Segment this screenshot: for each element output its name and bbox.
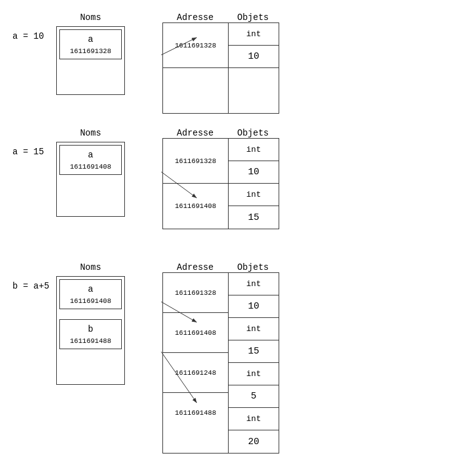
addr-cell-3-2: 1611691248 [163, 353, 228, 393]
obj-value-2-1: 15 [229, 206, 279, 229]
addr-cell-1-0: 1611691328 [163, 23, 228, 68]
obj-value-3-0: 10 [229, 295, 279, 318]
var-addr-b-3: 1611691488 [65, 336, 116, 346]
addr-col-1: 1611691328 [163, 23, 229, 113]
obj-value-2-0: 10 [229, 161, 279, 184]
obj-type-2-0: int [229, 139, 279, 161]
noms-box-1: a 1611691328 [56, 26, 125, 95]
noms-header-2: Noms [80, 128, 101, 138]
obj-type-3-3: int [229, 408, 279, 430]
obj-value-3-1: 15 [229, 340, 279, 363]
col-headers-1: Adresse Objets [162, 12, 279, 22]
noms-box-3: a 1611691408 b 1611691488 [56, 276, 125, 385]
addr-cell-2-0: 1611691328 [163, 139, 228, 184]
obj-header-1: Objets [228, 12, 278, 22]
var-cell-b-3: b 1611691488 [59, 319, 122, 349]
section-label-1: a = 10 [12, 12, 56, 41]
var-cell-a-2: a 1611691408 [59, 145, 122, 175]
col-headers-2: Adresse Objets [162, 128, 279, 138]
noms-box-2: a 1611691408 [56, 142, 125, 217]
addr-col-3: 1611691328 1611691408 1611691248 1611691… [163, 273, 229, 453]
addr-col-2: 1611691328 1611691408 [163, 139, 229, 229]
obj-type-1-0: int [229, 23, 279, 46]
noms-area-3: Noms a 1611691408 b 1611691488 [56, 262, 125, 385]
obj-col-2: int 10 int 15 [229, 139, 279, 229]
section-a-10: a = 10 Noms a 1611691328 Adresse Objets … [12, 12, 454, 109]
obj-value-1-0: 10 [229, 46, 279, 68]
addr-cell-2-1: 1611691408 [163, 184, 228, 229]
obj-header-3: Objets [228, 262, 278, 272]
obj-value-3-2: 5 [229, 385, 279, 408]
obj-col-1: int 10 [229, 23, 279, 113]
addr-cell-3-0: 1611691328 [163, 273, 228, 313]
addr-header-3: Adresse [162, 262, 228, 272]
var-cell-a-3: a 1611691408 [59, 279, 122, 309]
obj-type-3-2: int [229, 363, 279, 385]
var-name-a-3: a [65, 282, 116, 296]
addr-cell-1-empty [163, 68, 228, 113]
obj-header-2: Objets [228, 128, 278, 138]
section-a-15: a = 15 Noms a 1611691408 Adresse Objets … [12, 128, 454, 244]
addr-header-1: Adresse [162, 12, 228, 22]
right-area-2: Adresse Objets 1611691328 1611691408 int… [162, 128, 279, 229]
obj-type-3-1: int [229, 318, 279, 340]
obj-type-3-0: int [229, 273, 279, 295]
var-addr-a-1: 1611691328 [65, 46, 116, 56]
right-table-1: 1611691328 int 10 [162, 22, 279, 114]
obj-col-3: int 10 int 15 int 5 int 20 [229, 273, 279, 453]
var-addr-a-3: 1611691408 [65, 296, 116, 306]
obj-empty-1 [229, 68, 279, 113]
section-label-2: a = 15 [12, 128, 56, 157]
right-area-3: Adresse Objets 1611691328 1611691408 161… [162, 262, 279, 454]
section-label-3: b = a+5 [12, 262, 56, 291]
noms-area-1: Noms a 1611691328 [56, 12, 125, 95]
var-name-b-3: b [65, 322, 116, 336]
section-b-a5: b = a+5 Noms a 1611691408 b 1611691488 A… [12, 262, 454, 444]
addr-header-2: Adresse [162, 128, 228, 138]
addr-cell-3-1: 1611691408 [163, 313, 228, 353]
var-name-a-2: a [65, 148, 116, 162]
var-addr-a-2: 1611691408 [65, 162, 116, 172]
obj-value-3-3: 20 [229, 430, 279, 453]
right-table-2: 1611691328 1611691408 int 10 int 15 [162, 138, 279, 229]
col-headers-3: Adresse Objets [162, 262, 279, 272]
right-table-3: 1611691328 1611691408 1611691248 1611691… [162, 272, 279, 454]
noms-header-3: Noms [80, 262, 101, 272]
right-area-1: Adresse Objets 1611691328 int 10 [162, 12, 279, 114]
var-name-a-1: a [65, 32, 116, 46]
noms-area-2: Noms a 1611691408 [56, 128, 125, 217]
noms-header-1: Noms [80, 12, 101, 22]
var-cell-a-1: a 1611691328 [59, 29, 122, 59]
obj-type-2-1: int [229, 184, 279, 206]
addr-cell-3-3: 1611691488 [163, 393, 228, 433]
